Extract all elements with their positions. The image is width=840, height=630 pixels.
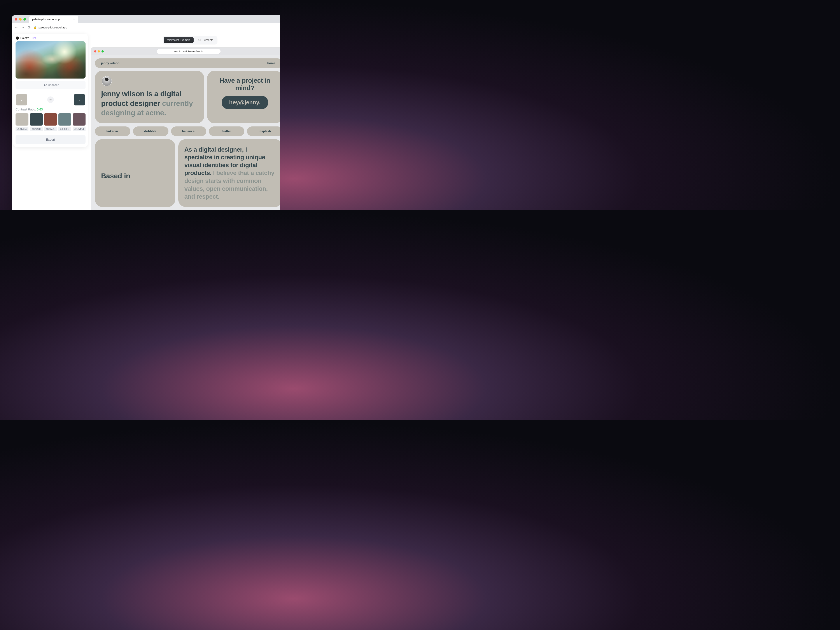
tab-bar: palette-pilot.vercel.app ✕ (12, 15, 280, 23)
hero-heading: jenny wilson is a digital product design… (101, 89, 198, 118)
app-area: Palette Pilot File Chooser ⌄ ⇄ ⌄ Contras… (12, 32, 280, 210)
chevron-down-icon: ⌄ (78, 98, 81, 101)
maximize-icon (101, 50, 104, 52)
app-logo: Palette Pilot (16, 35, 85, 41)
swatch[interactable]: #37494f (30, 113, 43, 131)
preview-url: osmic-portfolio.webflow.io (156, 49, 221, 54)
close-tab-icon[interactable]: ✕ (73, 18, 75, 21)
preview-window: osmic-portfolio.webflow.io jenny wilson.… (91, 47, 280, 210)
forward-icon[interactable]: → (21, 25, 25, 30)
bottom-row: Based in As a digital designer, I specia… (95, 139, 280, 207)
preview-titlebar: osmic-portfolio.webflow.io (91, 47, 280, 55)
social-link-unsplash[interactable]: unsplash. (247, 126, 280, 136)
swatch-hex: #6a545d (73, 127, 85, 131)
back-icon[interactable]: ← (15, 25, 18, 30)
chevron-down-icon: ⌄ (21, 98, 23, 101)
logo-text-a: Palette (21, 36, 29, 39)
social-link-behance[interactable]: behance. (171, 126, 207, 136)
hero-row: jenny wilson is a digital product design… (95, 71, 280, 123)
hero-card: jenny wilson is a digital product design… (95, 71, 204, 123)
close-icon (94, 50, 96, 52)
site-brand[interactable]: jenny wilson. (101, 62, 120, 65)
contrast-swatch-fg[interactable]: ⌄ (16, 94, 27, 106)
swatch[interactable]: #6a8387 (58, 113, 71, 131)
file-chooser-button[interactable]: File Chooser (16, 81, 85, 89)
swatch-hex: #6a8387 (58, 127, 71, 131)
swatch-hex: #884a3c (44, 127, 57, 131)
export-button[interactable]: Export (16, 135, 85, 144)
swap-colors-button[interactable]: ⇄ (47, 96, 54, 103)
maximize-window-icon[interactable] (24, 18, 26, 21)
minimize-icon (98, 50, 100, 52)
contrast-value: 5.03 (37, 107, 43, 111)
palette-panel: Palette Pilot File Chooser ⌄ ⇄ ⌄ Contras… (13, 34, 88, 147)
tab-ui-elements[interactable]: UI Elements (195, 37, 216, 43)
mode-tabs: Minimalist Example UI Elements (163, 36, 217, 44)
tab-minimalist[interactable]: Minimalist Example (164, 37, 194, 43)
swatch-hex: #c1bdb4 (16, 127, 28, 131)
logo-text-b: Pilot (30, 36, 36, 39)
about-card: As a digital designer, I specialize in c… (178, 139, 280, 207)
avatar (101, 76, 112, 87)
swatch-color (44, 113, 57, 126)
swatch-hex: #37494f (30, 127, 43, 131)
cta-card: Have a project in mind? hey@jenny. (207, 71, 280, 123)
swatch-color (30, 113, 43, 126)
about-text: As a digital designer, I specialize in c… (185, 146, 276, 201)
swatch[interactable]: #884a3c (44, 113, 57, 131)
contrast-row: ⌄ ⇄ ⌄ (16, 94, 85, 106)
logo-icon (16, 36, 19, 39)
nav-link-home[interactable]: home. (267, 62, 276, 65)
browser-tab[interactable]: palette-pilot.vercel.app ✕ (29, 16, 78, 23)
reload-icon[interactable]: ⟳ (28, 25, 31, 30)
window-traffic-lights (15, 18, 26, 21)
url-text: palette-pilot.vercel.app (38, 26, 67, 29)
palette-swatches: #c1bdb4 #37494f #884a3c #6a8387 #6a545d (16, 113, 85, 131)
based-heading: Based in (101, 172, 169, 180)
preview-traffic-lights (94, 50, 104, 52)
swatch[interactable]: #6a545d (73, 113, 85, 131)
tab-title: palette-pilot.vercel.app (32, 18, 60, 21)
lock-icon: 🔒 (34, 26, 37, 29)
cta-title: Have a project in mind? (212, 77, 277, 92)
swatch-color (16, 113, 28, 126)
social-link-twitter[interactable]: twitter. (209, 126, 244, 136)
preview-body: jenny wilson. home. jenny wilson is a di… (91, 55, 280, 207)
social-link-linkedin[interactable]: linkedin. (95, 126, 130, 136)
email-button[interactable]: hey@jenny. (222, 96, 268, 109)
url-field[interactable]: 🔒 palette-pilot.vercel.app (34, 26, 67, 29)
social-link-dribbble[interactable]: dribbble. (133, 126, 169, 136)
close-window-icon[interactable] (15, 18, 17, 21)
swatch-color (58, 113, 71, 126)
source-image (16, 41, 85, 79)
site-nav: jenny wilson. home. (95, 58, 280, 68)
url-bar: ← → ⟳ 🔒 palette-pilot.vercel.app (12, 23, 280, 32)
contrast-swatch-bg[interactable]: ⌄ (74, 94, 85, 106)
swatch[interactable]: #c1bdb4 (16, 113, 28, 131)
contrast-ratio: Contrast Ratio: 5.03 (16, 107, 85, 111)
browser-window: palette-pilot.vercel.app ✕ ← → ⟳ 🔒 palet… (12, 15, 280, 210)
swatch-color (73, 113, 85, 126)
minimize-window-icon[interactable] (19, 18, 22, 21)
based-card: Based in (95, 139, 175, 207)
contrast-label: Contrast Ratio: (16, 107, 37, 111)
social-row: linkedin. dribbble. behance. twitter. un… (95, 126, 280, 136)
